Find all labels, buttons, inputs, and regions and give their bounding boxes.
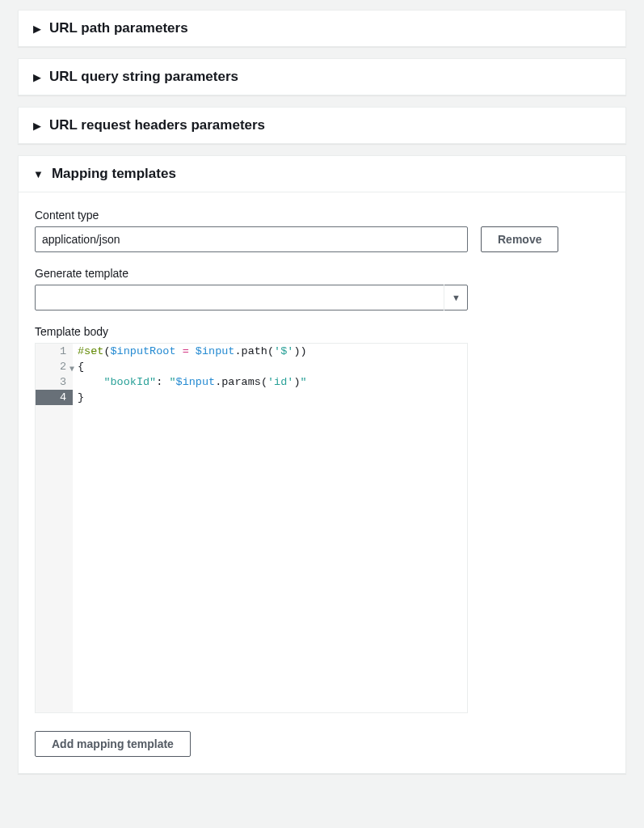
panel-header-url-headers[interactable]: ▶ URL request headers parameters [19, 108, 625, 143]
mapping-body: Content type Remove Generate template ▼ … [19, 192, 625, 773]
editor-line: 1 #set($inputRoot = $input.path('$')) [36, 344, 467, 359]
editor-empty-area [36, 405, 467, 712]
line-number: 1 [36, 344, 73, 359]
panel-header-url-query[interactable]: ▶ URL query string parameters [19, 59, 625, 95]
add-mapping-template-button[interactable]: Add mapping template [35, 731, 191, 757]
caret-down-icon: ▼ [33, 169, 44, 180]
content-type-label: Content type [35, 209, 609, 222]
select-value [35, 285, 468, 310]
template-body-label: Template body [35, 325, 609, 338]
editor-line: 3 "bookId": "$input.params('id')" [36, 374, 467, 390]
line-number-active: 4 [36, 390, 73, 405]
generate-template-label: Generate template [35, 267, 609, 280]
content-type-input[interactable] [35, 226, 468, 252]
panel-header-mapping[interactable]: ▼ Mapping templates [19, 156, 625, 192]
editor-line: 4 } [36, 390, 467, 405]
generate-template-select[interactable]: ▼ [35, 285, 468, 310]
panel-title: URL request headers parameters [49, 117, 265, 133]
remove-button[interactable]: Remove [481, 226, 558, 252]
code-line: "bookId": "$input.params('id')" [73, 374, 467, 390]
panel-mapping-templates: ▼ Mapping templates Content type Remove … [18, 155, 626, 774]
editor-line: 2▼ { [36, 359, 467, 374]
template-body-editor[interactable]: 1 #set($inputRoot = $input.path('$')) 2▼… [35, 343, 468, 713]
panel-header-url-path[interactable]: ▶ URL path parameters [19, 11, 625, 46]
line-number: 3 [36, 374, 73, 390]
panel-title: Mapping templates [52, 166, 176, 182]
caret-right-icon: ▶ [33, 120, 41, 131]
code-line: { [73, 359, 467, 374]
panel-title: URL query string parameters [49, 69, 238, 85]
caret-right-icon: ▶ [33, 72, 41, 82]
line-number: 2▼ [36, 359, 73, 374]
code-line: } [73, 390, 467, 405]
panel-url-query-string: ▶ URL query string parameters [18, 58, 626, 95]
caret-right-icon: ▶ [33, 23, 41, 34]
gutter-fill [36, 405, 73, 712]
panel-title: URL path parameters [49, 20, 188, 36]
code-line: #set($inputRoot = $input.path('$')) [73, 344, 467, 359]
panel-url-path-parameters: ▶ URL path parameters [18, 10, 626, 47]
panel-url-request-headers: ▶ URL request headers parameters [18, 107, 626, 144]
